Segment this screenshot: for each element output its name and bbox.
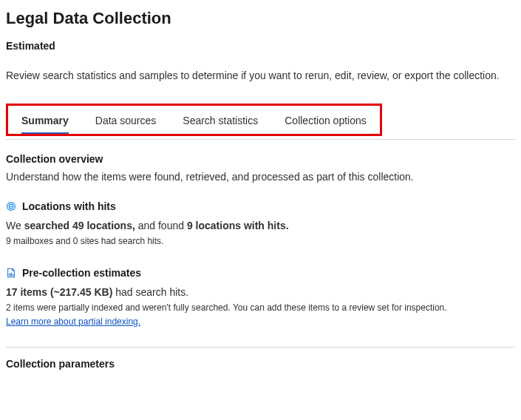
estimates-heading: Pre-collection estimates — [6, 267, 515, 279]
svg-rect-4 — [11, 273, 12, 277]
divider — [6, 347, 515, 348]
page-description: Review search statistics and samples to … — [6, 70, 515, 81]
partial-indexing-link[interactable]: Learn more about partial indexing. — [6, 316, 140, 327]
estimates-heading-text: Pre-collection estimates — [22, 267, 141, 279]
page-subtitle: Estimated — [6, 40, 515, 52]
svg-rect-3 — [9, 274, 10, 277]
tab-summary[interactable]: Summary — [8, 106, 82, 134]
parameters-heading: Collection parameters — [6, 358, 515, 370]
overview-heading: Collection overview — [6, 153, 515, 165]
svg-point-2 — [10, 206, 12, 207]
file-stats-icon — [6, 268, 16, 278]
svg-rect-5 — [13, 274, 13, 277]
tab-search-statistics[interactable]: Search statistics — [169, 106, 271, 134]
tab-data-sources[interactable]: Data sources — [82, 106, 169, 134]
locations-heading-text: Locations with hits — [22, 200, 116, 212]
estimates-sub-text: 2 items were partially indexed and weren… — [6, 302, 515, 313]
divider — [6, 139, 515, 140]
page-title: Legal Data Collection — [6, 9, 515, 28]
tabs-highlight-box: Summary Data sources Search statistics C… — [6, 104, 382, 136]
locations-heading: Locations with hits — [6, 200, 515, 212]
estimates-stat-line: 17 items (~217.45 KB) had search hits. — [6, 286, 515, 298]
locations-stat-line: We searched 49 locations, and found 9 lo… — [6, 220, 515, 231]
locations-sub-text: 9 mailboxes and 0 sites had search hits. — [6, 236, 515, 246]
tab-bar: Summary Data sources Search statistics C… — [8, 106, 380, 134]
overview-text: Understand how the items were found, ret… — [6, 171, 515, 183]
target-icon — [6, 201, 16, 211]
tab-collection-options[interactable]: Collection options — [271, 106, 380, 134]
